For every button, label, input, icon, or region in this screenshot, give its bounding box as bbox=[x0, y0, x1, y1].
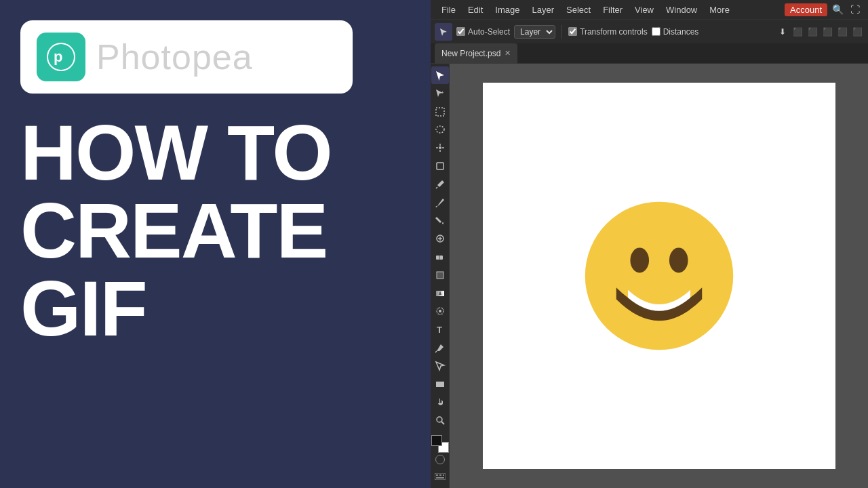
tool-pen[interactable] bbox=[431, 339, 449, 357]
svg-point-31 bbox=[669, 248, 688, 273]
tool-select-plus[interactable]: + bbox=[431, 85, 449, 102]
tool-crop[interactable] bbox=[431, 157, 449, 175]
distances-group: Distances bbox=[652, 27, 699, 37]
svg-point-30 bbox=[630, 248, 649, 273]
menu-more[interactable]: More bbox=[704, 3, 735, 16]
svg-text:+: + bbox=[441, 89, 444, 96]
tool-magic-wand[interactable] bbox=[431, 139, 449, 157]
menu-icons: Account 🔍 ⛶ bbox=[785, 2, 863, 17]
tool-marquee-rect[interactable] bbox=[431, 103, 449, 121]
tool-healing[interactable] bbox=[431, 230, 449, 247]
tool-text[interactable]: T bbox=[431, 321, 449, 338]
svg-rect-28 bbox=[436, 477, 444, 479]
quick-mask-btn[interactable] bbox=[435, 455, 445, 464]
select-tool-btn[interactable] bbox=[435, 23, 452, 41]
svg-rect-2 bbox=[436, 108, 444, 116]
svg-text:p: p bbox=[54, 48, 62, 65]
foreground-color-swatch bbox=[431, 435, 442, 446]
svg-rect-25 bbox=[436, 474, 438, 476]
svg-point-3 bbox=[436, 126, 444, 133]
menu-bar: File Edit Image Layer Select Filter View… bbox=[431, 0, 868, 19]
svg-point-29 bbox=[585, 202, 733, 350]
tool-zoom[interactable] bbox=[431, 411, 449, 429]
tools-sidebar: + bbox=[431, 64, 450, 488]
tool-color-fill[interactable] bbox=[431, 266, 449, 284]
align-top-icon[interactable]: ⬛ bbox=[835, 25, 849, 39]
left-panel: p Photopea HOW TOCREATEGIF bbox=[0, 0, 431, 488]
layer-dropdown[interactable]: Layer bbox=[514, 25, 555, 39]
canvas-area bbox=[450, 64, 868, 488]
photopea-logo-icon: p bbox=[37, 33, 85, 81]
align-bottom-icon[interactable]: ⬛ bbox=[850, 25, 864, 39]
canvas-document bbox=[483, 83, 835, 469]
toolbar-bar: Auto-Select Layer Transform controls Dis… bbox=[431, 19, 868, 43]
tool-blur[interactable] bbox=[431, 303, 449, 321]
menu-layer[interactable]: Layer bbox=[527, 3, 560, 16]
auto-select-checkbox[interactable] bbox=[456, 27, 465, 36]
transform-controls-label: Transform controls bbox=[580, 27, 648, 37]
auto-select-label: Auto-Select bbox=[468, 27, 510, 37]
search-icon[interactable]: 🔍 bbox=[830, 2, 845, 17]
tab-close-btn[interactable]: ✕ bbox=[505, 49, 511, 58]
tool-shape[interactable] bbox=[431, 357, 449, 375]
distances-checkbox[interactable] bbox=[652, 27, 660, 36]
align-left-icon[interactable]: ⬛ bbox=[791, 25, 804, 39]
align-right-icon[interactable]: ⬛ bbox=[821, 25, 834, 39]
tool-paint-bucket[interactable] bbox=[431, 212, 449, 230]
fullscreen-icon[interactable]: ⛶ bbox=[848, 2, 863, 17]
menu-file[interactable]: File bbox=[436, 3, 461, 16]
svg-line-9 bbox=[436, 187, 437, 188]
project-tab[interactable]: New Project.psd ✕ bbox=[435, 43, 517, 64]
tool-lasso[interactable] bbox=[431, 121, 449, 138]
color-swatches[interactable] bbox=[431, 435, 449, 453]
tab-bar: New Project.psd ✕ bbox=[431, 43, 868, 64]
keyboard-shortcuts-btn[interactable] bbox=[431, 468, 449, 485]
distances-label: Distances bbox=[663, 27, 699, 37]
tool-brush[interactable] bbox=[431, 194, 449, 211]
menu-window[interactable]: Window bbox=[660, 3, 703, 16]
menu-view[interactable]: View bbox=[629, 3, 659, 16]
tool-eyedropper[interactable] bbox=[431, 176, 449, 193]
svg-line-20 bbox=[435, 351, 437, 352]
menu-account[interactable]: Account bbox=[785, 3, 827, 16]
svg-rect-27 bbox=[443, 474, 444, 476]
svg-line-23 bbox=[441, 422, 444, 424]
menu-select[interactable]: Select bbox=[561, 3, 596, 16]
svg-point-8 bbox=[439, 146, 441, 149]
menu-edit[interactable]: Edit bbox=[462, 3, 488, 16]
menu-filter[interactable]: Filter bbox=[597, 3, 628, 16]
svg-rect-21 bbox=[436, 382, 444, 387]
tool-gradient[interactable] bbox=[431, 285, 449, 302]
headline-text: HOW TOCREATEGIF bbox=[20, 114, 410, 468]
download-icon[interactable]: ⬇ bbox=[776, 25, 789, 39]
svg-point-22 bbox=[437, 417, 442, 422]
svg-rect-26 bbox=[439, 474, 441, 476]
svg-rect-24 bbox=[435, 473, 446, 480]
tool-rect-shape[interactable] bbox=[431, 375, 449, 393]
auto-select-group: Auto-Select bbox=[456, 27, 510, 37]
toolbar-icon-group: ⬇ ⬛ ⬛ ⬛ ⬛ ⬛ bbox=[776, 25, 864, 39]
right-panel: File Edit Image Layer Select Filter View… bbox=[431, 0, 868, 488]
tool-move[interactable] bbox=[431, 66, 449, 84]
svg-rect-15 bbox=[437, 272, 443, 279]
align-center-icon[interactable]: ⬛ bbox=[806, 25, 819, 39]
svg-point-18 bbox=[439, 310, 441, 312]
tab-name: New Project.psd bbox=[441, 49, 500, 58]
logo-container: p Photopea bbox=[20, 20, 353, 94]
logo-text: Photopea bbox=[96, 37, 253, 77]
tool-eraser[interactable] bbox=[431, 248, 449, 266]
separator-1 bbox=[561, 25, 562, 39]
editor-area: + bbox=[431, 64, 868, 488]
smiley-emoji bbox=[581, 198, 737, 354]
menu-image[interactable]: Image bbox=[490, 3, 525, 16]
svg-text:T: T bbox=[437, 325, 442, 335]
tool-hand[interactable] bbox=[431, 394, 449, 411]
transform-controls-checkbox[interactable] bbox=[568, 27, 577, 36]
transform-controls-group: Transform controls bbox=[568, 27, 648, 37]
